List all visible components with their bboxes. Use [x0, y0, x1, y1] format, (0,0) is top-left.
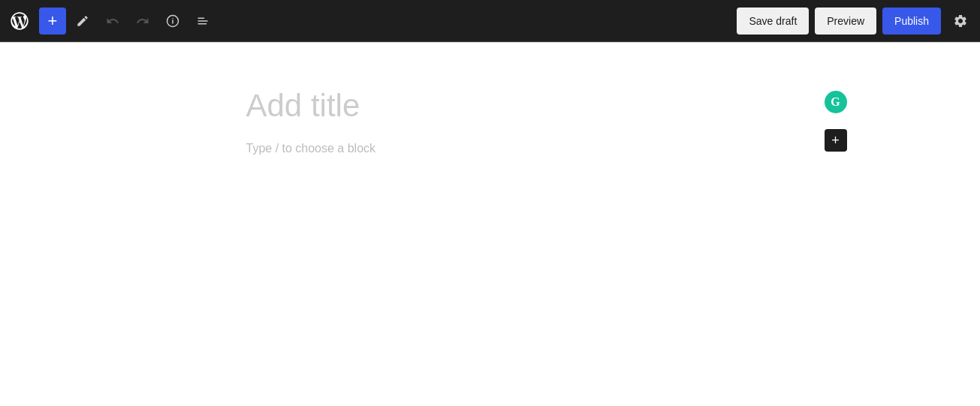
info-icon: [166, 14, 179, 28]
settings-button[interactable]: [947, 8, 974, 35]
block-placeholder[interactable]: Type / to choose a block: [246, 142, 734, 155]
redo-button[interactable]: [129, 8, 156, 35]
grammarly-logo: G: [831, 95, 840, 109]
settings-icon: [953, 14, 968, 29]
content-area: Add title Type / to choose a block G +: [0, 43, 980, 406]
undo-button[interactable]: [99, 8, 126, 35]
save-draft-button[interactable]: Save draft: [737, 8, 809, 35]
wordpress-logo[interactable]: [6, 8, 33, 35]
title-placeholder[interactable]: Add title: [246, 88, 734, 124]
preview-button[interactable]: Preview: [815, 8, 876, 35]
grammarly-icon: G: [825, 91, 847, 113]
toolbar: +: [0, 0, 980, 42]
pencil-icon: [76, 14, 89, 28]
list-view-button[interactable]: [189, 8, 216, 35]
list-icon: [196, 14, 210, 28]
undo-icon: [106, 14, 119, 28]
add-block-floating-button[interactable]: +: [825, 129, 847, 152]
redo-icon: [136, 14, 149, 28]
info-button[interactable]: [159, 8, 186, 35]
tools-button[interactable]: [69, 8, 96, 35]
toolbar-left-group: +: [39, 8, 216, 35]
toolbar-right-group: Save draft Preview Publish: [737, 8, 974, 35]
add-block-button[interactable]: +: [39, 8, 66, 35]
editor-area: Add title Type / to choose a block G +: [246, 88, 734, 406]
publish-button[interactable]: Publish: [882, 8, 941, 35]
